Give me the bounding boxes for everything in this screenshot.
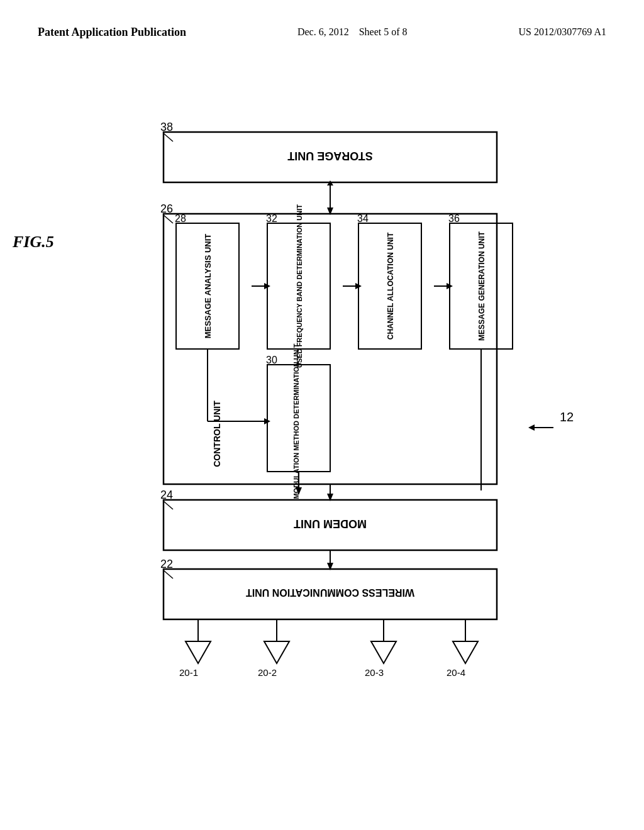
ref-20-4: 20-4 [447,667,465,678]
diagram-svg: 12 STORAGE UNIT 38 26 MESSAGE ANALYSIS U… [38,82,604,773]
ref-24: 24 [160,489,173,501]
svg-line-24 [164,570,173,578]
ref-26: 26 [160,202,173,215]
page: Patent Application Publication Dec. 6, 2… [0,0,644,830]
channel-alloc-label: CHANNEL ALLOCATION UNIT [386,232,395,340]
svg-marker-32 [453,641,478,663]
header-date: Dec. 6, 2012 [297,26,349,37]
storage-unit-label: STORAGE UNIT [287,150,373,162]
ref-20-2: 20-2 [258,667,277,678]
header-sheet: Sheet 5 of 8 [359,26,408,37]
ref-12-label: 12 [560,410,574,424]
control-unit-label: CONTROL UNIT [212,401,222,467]
message-gen-label: MESSAGE GENERATION UNIT [477,231,486,340]
wireless-comm-label: WIRELESS COMMUNICATION UNIT [246,587,414,598]
ref-36: 36 [448,213,460,224]
header-publication-label: Patent Application Publication [38,25,186,40]
ref-20-3: 20-3 [365,667,384,678]
svg-line-6 [164,215,173,223]
ref-38: 38 [160,121,173,133]
ref-34: 34 [357,213,369,224]
ref-22: 22 [160,558,173,570]
header-patent-number: US 2012/0307769 A1 [518,25,606,39]
svg-marker-28 [264,641,289,663]
ref-20-1: 20-1 [179,667,198,678]
svg-marker-1 [528,424,535,431]
message-analysis-label: MESSAGE ANALYSIS UNIT [203,234,213,339]
ref-32: 32 [266,213,277,224]
svg-line-2 [164,133,173,141]
ref-30: 30 [266,355,277,365]
ref-28: 28 [175,213,186,224]
svg-line-21 [164,501,173,509]
header: Patent Application Publication Dec. 6, 2… [0,25,644,40]
used-freq-label: USED FREQUENCY BAND DETERMINATION UNIT [296,204,303,368]
svg-marker-26 [186,641,211,663]
header-date-sheet: Dec. 6, 2012 Sheet 5 of 8 [297,25,408,39]
svg-marker-30 [371,641,396,663]
modem-unit-label: MODEM UNIT [294,517,367,530]
